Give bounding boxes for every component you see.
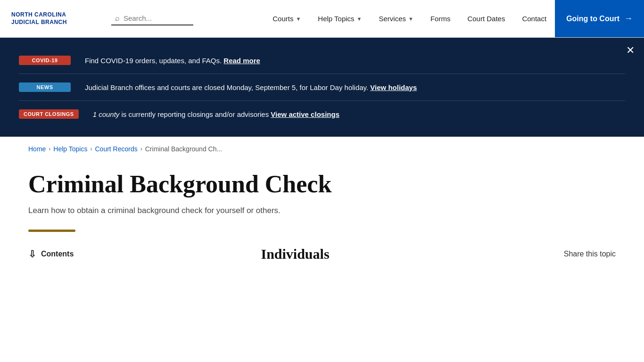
news-view-holidays-link[interactable]: View holidays xyxy=(370,83,417,91)
closings-county-count: 1 county xyxy=(93,110,120,118)
breadcrumb-sep-2: › xyxy=(90,146,92,152)
closings-badge: COURT CLOSINGS xyxy=(19,109,79,119)
individuals-heading: Individuals xyxy=(26,246,563,262)
breadcrumb-home[interactable]: Home xyxy=(28,145,46,153)
logo-area: NORTH CAROLINA JUDICIAL BRANCH xyxy=(0,11,104,26)
closings-view-active-link[interactable]: View active closings xyxy=(271,110,339,118)
search-area[interactable]: ⌕ xyxy=(111,12,193,25)
page-title: Criminal Background Check xyxy=(28,171,616,197)
page-subtitle: Learn how to obtain a criminal backgroun… xyxy=(28,206,616,215)
nav-court-dates[interactable]: Court Dates xyxy=(459,0,513,37)
going-to-court-button[interactable]: Going to Court → xyxy=(555,0,644,37)
alert-close-button[interactable]: ✕ xyxy=(626,44,635,57)
breadcrumb-help-topics[interactable]: Help Topics xyxy=(53,145,87,153)
breadcrumb-current: Criminal Background Ch... xyxy=(145,145,222,153)
search-icon: ⌕ xyxy=(115,14,120,23)
covid-badge: COVID-19 xyxy=(19,56,71,65)
nav-forms[interactable]: Forms xyxy=(422,0,459,37)
divider-bar xyxy=(28,230,75,232)
news-badge: NEWS xyxy=(19,82,71,92)
nav-courts[interactable]: Courts ▼ xyxy=(264,0,309,37)
logo-line2: JUDICIAL BRANCH xyxy=(11,19,67,25)
search-input[interactable] xyxy=(124,14,190,22)
help-topics-chevron-icon: ▼ xyxy=(357,16,362,22)
alert-row-covid: COVID-19 Find COVID-19 orders, updates, … xyxy=(19,47,625,74)
covid-read-more-link[interactable]: Read more xyxy=(223,57,260,65)
logo-line1: NORTH CAROLINA xyxy=(11,11,66,18)
main-nav: Courts ▼ Help Topics ▼ Services ▼ Forms … xyxy=(264,0,644,37)
alert-row-news: NEWS Judicial Branch offices and courts … xyxy=(19,74,625,101)
news-alert-text: Judicial Branch offices and courts are c… xyxy=(85,83,625,91)
share-topic-button[interactable]: Share this topic xyxy=(564,250,616,258)
main-content: Criminal Background Check Learn how to o… xyxy=(0,161,644,281)
breadcrumb-sep-3: › xyxy=(140,146,142,152)
nav-help-topics[interactable]: Help Topics ▼ xyxy=(309,0,370,37)
logo-text: NORTH CAROLINA JUDICIAL BRANCH xyxy=(11,11,67,26)
nav-services[interactable]: Services ▼ xyxy=(370,0,421,37)
covid-alert-text: Find COVID-19 orders, updates, and FAQs.… xyxy=(85,57,625,65)
header: NORTH CAROLINA JUDICIAL BRANCH ⌕ Courts … xyxy=(0,0,644,38)
alert-row-closings: COURT CLOSINGS 1 county is currently rep… xyxy=(19,101,625,127)
cta-arrow-icon: → xyxy=(624,14,633,24)
closings-alert-text: 1 county is currently reporting closings… xyxy=(93,110,625,118)
courts-chevron-icon: ▼ xyxy=(296,16,301,22)
alert-banner: ✕ COVID-19 Find COVID-19 orders, updates… xyxy=(0,38,644,137)
bottom-row: ⇩ Contents Individuals Share this topic xyxy=(28,246,616,262)
breadcrumb-sep-1: › xyxy=(49,146,50,152)
breadcrumb-court-records[interactable]: Court Records xyxy=(95,145,137,153)
nav-contact[interactable]: Contact xyxy=(513,0,555,37)
breadcrumb: Home › Help Topics › Court Records › Cri… xyxy=(0,137,644,161)
services-chevron-icon: ▼ xyxy=(408,16,413,22)
